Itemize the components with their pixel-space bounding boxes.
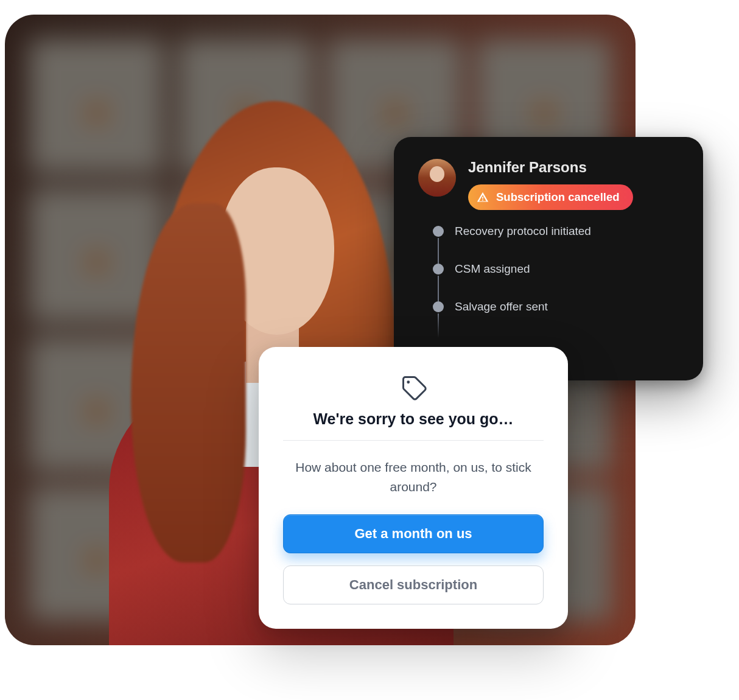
- status-badge: Subscription cancelled: [468, 184, 633, 210]
- cancel-subscription-button[interactable]: Cancel subscription: [283, 565, 544, 604]
- divider: [283, 440, 544, 441]
- timeline-connector: [438, 313, 439, 338]
- timeline-connector: [438, 276, 439, 301]
- avatar: [418, 159, 456, 197]
- timeline-connector: [438, 238, 439, 264]
- customer-name: Jennifer Parsons: [468, 159, 679, 176]
- warning-icon: [477, 191, 489, 203]
- timeline-dot-icon: [433, 226, 444, 237]
- timeline-item: Recovery protocol initiated: [433, 225, 679, 262]
- tag-icon: [400, 374, 427, 401]
- timeline-label: Recovery protocol initiated: [455, 225, 591, 237]
- timeline-dot-icon: [433, 264, 444, 275]
- status-label: Subscription cancelled: [496, 191, 620, 204]
- offer-title: We're sorry to see you go…: [283, 410, 544, 428]
- customer-card: Jennifer Parsons Subscription cancelled …: [394, 137, 703, 380]
- timeline-dot-icon: [433, 301, 444, 312]
- offer-modal: We're sorry to see you go… How about one…: [259, 347, 568, 629]
- offer-body: How about one free month, on us, to stic…: [283, 458, 544, 496]
- accept-offer-button[interactable]: Get a month on us: [283, 514, 544, 553]
- timeline-item: Salvage offer sent: [433, 300, 679, 313]
- timeline: Recovery protocol initiated CSM assigned…: [433, 225, 679, 313]
- svg-point-0: [407, 380, 410, 383]
- customer-info: Jennifer Parsons Subscription cancelled: [468, 159, 679, 210]
- timeline-label: CSM assigned: [455, 262, 530, 275]
- timeline-label: Salvage offer sent: [455, 300, 548, 313]
- timeline-item: CSM assigned: [433, 262, 679, 300]
- customer-header: Jennifer Parsons Subscription cancelled: [418, 159, 679, 210]
